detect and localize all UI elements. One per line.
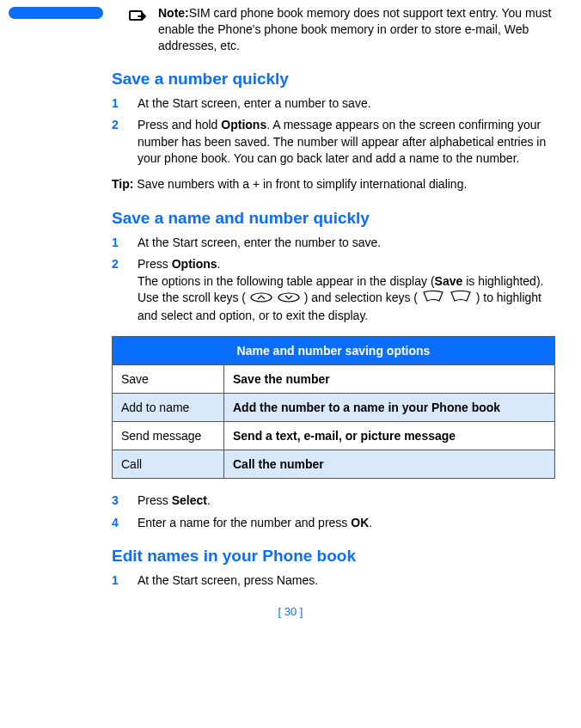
- selection-right-key-icon: [450, 291, 472, 308]
- heading-edit-names: Edit names in your Phone book: [112, 547, 555, 566]
- step-text: Press and hold Options. A message appear…: [138, 117, 555, 168]
- tip-text: Save numbers with a + in front to simpli…: [133, 177, 467, 191]
- table-header: Name and number saving options: [113, 337, 555, 365]
- heading-save-name-and-number: Save a name and number quickly: [112, 209, 555, 228]
- tip-label: Tip:: [112, 177, 133, 191]
- step-row: 2 Press Options. The options in the foll…: [112, 256, 555, 324]
- step-text: Press Options. The options in the follow…: [138, 256, 555, 324]
- table-cell-right: Call the number: [224, 450, 555, 479]
- svg-point-2: [278, 293, 299, 302]
- scroll-down-key-icon: [278, 291, 300, 308]
- table-cell-left: Send message: [113, 422, 224, 450]
- note-text: SIM card phone book memory does not supp…: [158, 6, 551, 52]
- table-cell-left: Call: [113, 450, 224, 479]
- selection-left-key-icon: [422, 291, 444, 308]
- note-icon: [129, 7, 150, 27]
- table-row: Save Save the number: [113, 365, 555, 394]
- table-row: Call Call the number: [113, 450, 555, 479]
- options-table: Name and number saving options Save Save…: [112, 336, 555, 479]
- step-number: 3: [112, 492, 138, 510]
- step-text: Enter a name for the number and press OK…: [138, 515, 555, 532]
- table-cell-right: Send a text, e-mail, or picture message: [224, 422, 555, 450]
- scroll-up-key-icon: [250, 291, 272, 308]
- table-cell-right: Add the number to a name in your Phone b…: [224, 394, 555, 422]
- step-number: 4: [112, 515, 138, 532]
- tip-line: Tip: Save numbers with a + in front to s…: [112, 176, 555, 193]
- step-text: Press Select.: [138, 492, 555, 510]
- step-row: 3 Press Select.: [112, 492, 555, 510]
- step-number: 2: [112, 117, 138, 168]
- table-row: Send message Send a text, e-mail, or pic…: [113, 422, 555, 450]
- step-row: 2 Press and hold Options. A message appe…: [112, 117, 555, 168]
- svg-point-1: [251, 293, 272, 302]
- step-text: At the Start screen, enter a number to s…: [138, 95, 555, 113]
- step-row: 4 Enter a name for the number and press …: [112, 515, 555, 532]
- step-number: 1: [112, 235, 138, 252]
- step-number: 2: [112, 256, 138, 324]
- step-number: 1: [112, 95, 138, 113]
- step-row: 1 At the Start screen, press Names.: [112, 572, 555, 590]
- page-number: [ 30 ]: [17, 605, 564, 618]
- table-cell-left: Save: [113, 365, 224, 394]
- note-block: Note:SIM card phone book memory does not…: [129, 5, 572, 54]
- heading-save-number-quickly: Save a number quickly: [112, 70, 555, 89]
- step-text: At the Start screen, press Names.: [138, 572, 555, 590]
- section-marker-pill: [9, 7, 103, 19]
- step-number: 1: [112, 572, 138, 590]
- table-cell-right: Save the number: [224, 365, 555, 394]
- step-text: At the Start screen, enter the number to…: [138, 235, 555, 252]
- step-row: 1 At the Start screen, enter a number to…: [112, 95, 555, 113]
- step-row: 1 At the Start screen, enter the number …: [112, 235, 555, 252]
- note-label: Note:: [158, 6, 189, 20]
- table-row: Add to name Add the number to a name in …: [113, 394, 555, 422]
- table-cell-left: Add to name: [113, 394, 224, 422]
